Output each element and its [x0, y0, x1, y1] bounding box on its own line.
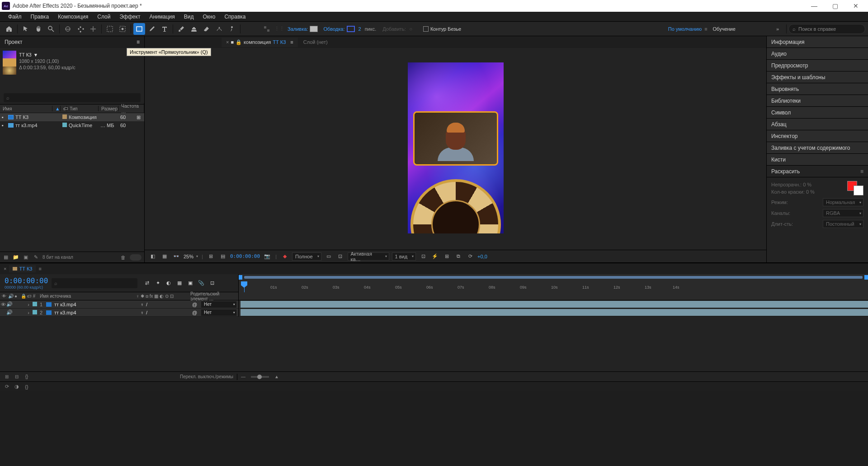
roi-icon[interactable]: ▭	[324, 252, 333, 261]
trash-icon[interactable]: 🗑	[120, 254, 126, 261]
views-dropdown[interactable]: 1 вид	[392, 252, 416, 261]
panel-brushes[interactable]: Кисти	[767, 154, 868, 166]
new-comp-icon[interactable]: ▣	[23, 254, 29, 261]
status-icon-1[interactable]: ⟳	[4, 384, 10, 390]
3d-view-icon[interactable]: 👓	[172, 252, 181, 261]
timeline-layer-2[interactable]: 🔊 › 2 тт к3.mp4 ♀ / @ Нет	[0, 309, 868, 317]
composition-canvas[interactable]	[145, 58, 766, 250]
maximize-button[interactable]: ▢	[825, 0, 845, 12]
paint-channels-dropdown[interactable]: RGBA	[823, 209, 863, 217]
orbit-tool[interactable]	[62, 23, 74, 35]
col-parent[interactable]: Родительский элемент …	[189, 291, 238, 301]
parent-dropdown[interactable]: Нет	[201, 301, 236, 308]
flowchart-icon[interactable]: ⧉	[454, 252, 463, 261]
viewer-timecode[interactable]: 0:00:00:00	[230, 253, 260, 259]
toggle-inout-icon[interactable]: {}	[24, 374, 30, 380]
panel-libraries[interactable]: Библиотеки	[767, 95, 868, 107]
type-tool[interactable]	[159, 23, 170, 35]
paint-mode-dropdown[interactable]: Нормальная	[823, 198, 863, 206]
col-source-name[interactable]: Имя источника	[38, 294, 134, 299]
toggle-switches-label[interactable]: Перекл. выключ./режимы	[180, 374, 233, 379]
project-item-footage[interactable]: ▪ тт к3.mp4 QuickTime … МБ 60	[0, 121, 144, 129]
panel-effects[interactable]: Эффекты и шаблоны	[767, 71, 868, 83]
project-item-comp[interactable]: ▪ ТТ К3 Композиция 60 ⊞	[0, 113, 144, 121]
learn-link[interactable]: Обучение	[713, 26, 736, 32]
bpc-toggle[interactable]: 8 бит на канал	[42, 255, 73, 260]
status-icon-2[interactable]: ◑	[14, 384, 20, 390]
panel-menu-icon[interactable]: ≡	[137, 39, 140, 45]
layer-bar-1[interactable]	[239, 300, 868, 309]
motion-blur-icon[interactable]: ◐	[165, 280, 172, 286]
mask-tool[interactable]	[104, 23, 116, 35]
audio-toggle[interactable]: 🔊	[6, 301, 13, 307]
pixel-aspect-icon[interactable]: ⊡	[419, 252, 428, 261]
col-lock-icon[interactable]: 🔒	[19, 294, 25, 299]
col-video-icon[interactable]: 👁	[0, 294, 6, 299]
toggle-modes-icon[interactable]: ⊟	[14, 374, 20, 380]
panel-info[interactable]: Информация	[767, 36, 868, 48]
fill-swatch[interactable]	[310, 26, 318, 32]
menu-layer[interactable]: Слой	[93, 13, 115, 21]
flow-value[interactable]: 0 %	[806, 189, 815, 195]
home-tool[interactable]	[3, 23, 15, 35]
snap-toggle[interactable]	[261, 23, 273, 35]
status-icon-3[interactable]: {}	[24, 384, 30, 390]
channel-icon[interactable]: ◆	[280, 252, 289, 261]
shy-toggle-icon[interactable]: ⇄	[144, 280, 150, 286]
mask-feather-tool[interactable]	[117, 23, 128, 35]
zoom-value[interactable]: 25%	[184, 254, 193, 259]
resolution-dropdown[interactable]: Полное	[292, 252, 321, 261]
add-mode-icon[interactable]: ○	[408, 26, 414, 32]
timeline-tab[interactable]: ТТ К3	[9, 265, 36, 272]
panel-content-aware[interactable]: Заливка с учетом содержимого	[767, 142, 868, 154]
timeline-ruler[interactable]: 01s 02s 03s 04s 05s 06s 07s 08s 09s 10s …	[239, 274, 868, 292]
fast-previews-icon[interactable]: ⚡	[430, 252, 439, 261]
zoom-out-icon[interactable]: —	[241, 374, 245, 379]
reset-exposure-icon[interactable]: ⟳	[466, 252, 475, 261]
col-sort-icon[interactable]: ▲	[52, 106, 61, 111]
zoom-slider[interactable]	[251, 376, 269, 378]
graph-editor-icon[interactable]: ▦	[176, 280, 183, 286]
project-tab[interactable]: Проект ≡	[0, 36, 144, 48]
menu-edit[interactable]: Правка	[26, 13, 54, 21]
viewer-tab-layer[interactable]: Слой (нет)	[298, 38, 333, 47]
opacity-value[interactable]: 0 %	[803, 182, 811, 187]
stroke-width[interactable]: 2	[359, 26, 361, 32]
rectangle-tool[interactable]	[133, 23, 145, 35]
menu-help[interactable]: Справка	[220, 13, 250, 21]
adjust-icon[interactable]: ✎	[33, 254, 39, 261]
toggle-switches-icon[interactable]: ⊞	[4, 374, 10, 380]
bezier-checkbox[interactable]	[423, 26, 429, 32]
snap-options[interactable]: ⋮⋮	[274, 23, 285, 35]
overflow-icon[interactable]: »	[776, 26, 779, 32]
stroke-label[interactable]: Обводка:	[323, 26, 344, 32]
panel-tracker[interactable]: Инспектор	[767, 130, 868, 142]
panel-menu-icon[interactable]: ≡	[38, 266, 41, 271]
expand-icon[interactable]: ›	[25, 310, 32, 315]
exposure-value[interactable]: +0,0	[477, 254, 487, 259]
panel-audio[interactable]: Аудио	[767, 48, 868, 60]
layer-name[interactable]: тт к3.mp4	[53, 302, 138, 307]
help-search[interactable]: ⌕ Поиск в справке	[788, 24, 865, 34]
menu-composition[interactable]: Композиция	[53, 13, 93, 21]
col-solo-icon[interactable]: ●	[13, 294, 19, 299]
playhead[interactable]	[241, 274, 247, 292]
timeline-icon[interactable]: ⊞	[442, 252, 451, 261]
panel-menu-icon[interactable]: ≡	[290, 39, 293, 45]
draft-3d-icon[interactable]: ⊡	[336, 252, 345, 261]
fill-label[interactable]: Заливка:	[288, 26, 308, 32]
video-toggle[interactable]: 👁	[0, 302, 6, 307]
paint-color-swatches[interactable]	[847, 181, 863, 195]
col-size[interactable]: Размер	[99, 106, 118, 111]
col-audio-icon[interactable]: 🔊	[6, 294, 13, 299]
frame-blend-icon[interactable]: ✦	[155, 280, 161, 286]
brush-tool[interactable]	[175, 23, 187, 35]
eraser-tool[interactable]	[201, 23, 212, 35]
workspace-selector[interactable]: По умолчанию ≡	[668, 26, 708, 32]
close-tab-icon[interactable]: ×	[226, 39, 229, 45]
timeline-search[interactable]: ⌕	[52, 278, 137, 288]
zoom-in-icon[interactable]: ▲	[274, 374, 279, 379]
parent-dropdown[interactable]: Нет	[201, 309, 236, 316]
grid-icon[interactable]: ▤	[218, 252, 227, 261]
alpha-toggle-icon[interactable]: ◧	[148, 252, 157, 261]
